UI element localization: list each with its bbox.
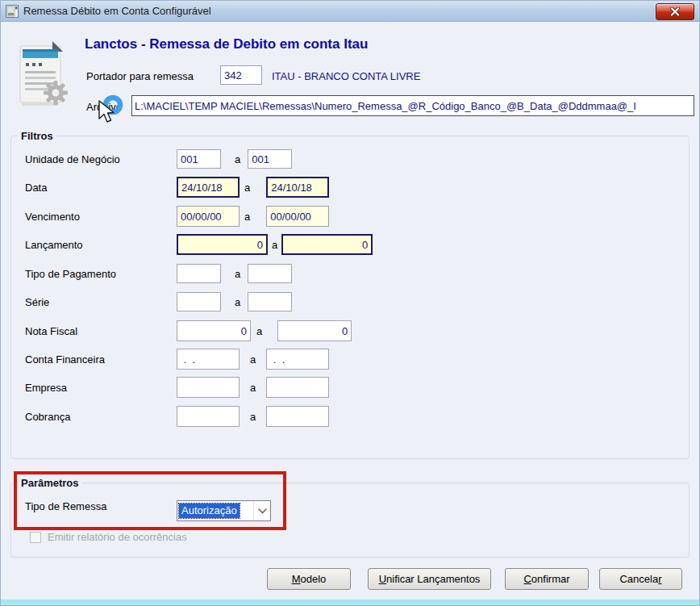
portador-input[interactable] [220,65,262,85]
lancamento-to-input[interactable] [281,234,373,255]
serie-from-input[interactable] [177,292,221,311]
arquivo-path-input[interactable] [131,95,694,116]
window-icon [6,5,19,18]
tipo-remessa-select[interactable]: Autorização [177,500,271,521]
filter-row-conta-financeira: Conta Financeira a [25,348,329,370]
title-bar: Remessa Débito em Conta Configurável [1,1,699,22]
button-text: Cancela [619,573,658,585]
filter-label: Cobrança [25,411,177,423]
nota-fiscal-from-input[interactable] [177,320,251,341]
arquivo-label: Arquivo [86,101,122,113]
button-text: nificar Lançamentos [386,573,480,585]
chevron-down-icon[interactable] [253,501,270,520]
filter-label: Unidade de Negócio [25,153,177,165]
tipo-remessa-label: Tipo de Remessa [25,500,177,512]
window-title: Remessa Débito em Conta Configurável [23,5,211,17]
page-title: Lanctos - Remessa de Debito em conta Ita… [85,36,368,52]
range-separator: a [250,382,256,394]
cobranca-to-input[interactable] [266,406,329,427]
vencimento-to-input[interactable] [266,206,329,227]
close-icon [669,7,681,16]
range-separator: a [256,325,262,337]
range-separator: a [235,268,240,280]
button-mnemonic: U [379,573,386,585]
filter-row-lancamento: Lançamento a [25,233,373,256]
document-gear-icon [12,40,72,115]
cancelar-button[interactable]: Cancelar [599,568,682,590]
emitir-relatorio-label: Emitir relatório de ocorrências [48,531,187,543]
unidade-from-input[interactable] [177,149,221,169]
dialog-window: Remessa Débito em Conta Configurável [0,0,700,606]
data-to-input[interactable] [266,177,329,198]
filter-row-nota-fiscal: Nota Fiscal a [25,320,352,342]
conta-financeira-from-input[interactable] [177,349,240,370]
unidade-to-input[interactable] [248,149,292,169]
filter-label: Nota Fiscal [25,325,177,337]
filtros-title: Filtros [18,130,56,142]
range-separator: a [272,239,277,251]
cobranca-from-input[interactable] [177,406,240,427]
parametros-title: Parâmetros [18,477,82,489]
tipo-pagamento-to-input[interactable] [248,264,292,283]
vencimento-from-input[interactable] [177,206,240,227]
range-separator: a [250,353,256,366]
conta-financeira-to-input[interactable] [266,349,329,370]
lancamento-from-input[interactable] [177,234,268,255]
portador-description: ITAU - BRANCO CONTA LIVRE [272,70,420,82]
range-separator: a [235,296,240,308]
confirmar-button[interactable]: Confirmar [505,568,589,590]
window-bottom-border [1,599,699,605]
range-separator: a [235,153,240,165]
button-mnemonic: r [658,573,661,585]
serie-to-input[interactable] [248,292,292,311]
empresa-to-input[interactable] [266,377,329,398]
filter-label: Conta Financeira [25,353,177,366]
range-separator: a [244,211,250,223]
button-mnemonic: M [292,573,301,585]
button-text: onfirmar [531,573,570,585]
range-separator: a [244,182,250,194]
filter-label: Tipo de Pagamento [25,268,177,280]
portador-label: Portador para remessa [86,70,194,82]
filter-label: Vencimento [25,211,177,223]
filter-row-tipo-pagamento: Tipo de Pagamento a [25,262,292,285]
button-mnemonic: C [523,573,531,585]
filter-label: Lançamento [25,239,177,251]
tipo-pagamento-from-input[interactable] [177,264,221,283]
filter-row-cobranca: Cobrança a [25,405,329,428]
button-text: odelo [301,573,327,585]
filter-row-vencimento: Vencimento a [25,205,329,228]
filter-label: Data [25,182,177,194]
empresa-from-input[interactable] [177,377,240,398]
modelo-button[interactable]: Modelo [267,568,351,590]
filter-row-unidade: Unidade de Negócio a [25,148,292,170]
parametros-groupbox: Parâmetros [10,477,690,558]
filter-row-empresa: Empresa a [25,376,329,399]
unificar-lancamentos-button[interactable]: Unificar Lançamentos [368,568,491,590]
tipo-remessa-row: Tipo de Remessa [25,500,177,512]
data-from-input[interactable] [177,177,240,198]
filter-label: Série [25,296,177,308]
filter-label: Empresa [25,382,177,394]
close-button[interactable] [656,3,694,20]
emitir-relatorio-checkbox[interactable] [30,532,41,543]
filter-row-data: Data a [25,176,329,199]
tipo-remessa-selected-value: Autorização [179,504,240,518]
range-separator: a [250,411,256,423]
nota-fiscal-to-input[interactable] [277,320,352,341]
filter-row-serie: Série a [25,290,292,313]
